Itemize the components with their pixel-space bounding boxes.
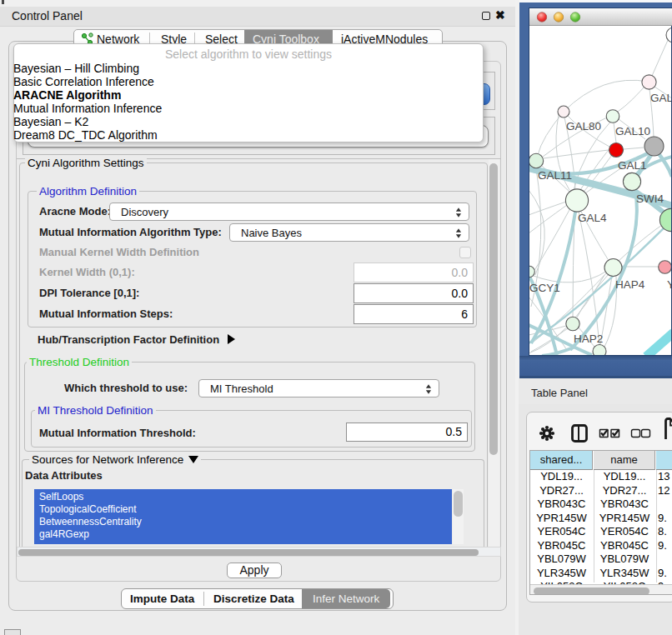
svg-text:HAP4: HAP4 xyxy=(615,278,645,291)
svg-text:GAL1: GAL1 xyxy=(618,159,647,172)
svg-text:GAL11: GAL11 xyxy=(538,169,572,182)
svg-text:HAP2: HAP2 xyxy=(574,332,603,345)
svg-text:GAL7: GAL7 xyxy=(650,92,671,104)
svg-text:GCY1: GCY1 xyxy=(529,282,560,294)
svg-text:GAL4: GAL4 xyxy=(578,212,607,224)
svg-text:SWI4: SWI4 xyxy=(636,192,664,205)
svg-text:Y: Y xyxy=(667,278,671,291)
svg-text:GAL10: GAL10 xyxy=(615,125,650,138)
svg-text:GAL80: GAL80 xyxy=(566,120,601,132)
